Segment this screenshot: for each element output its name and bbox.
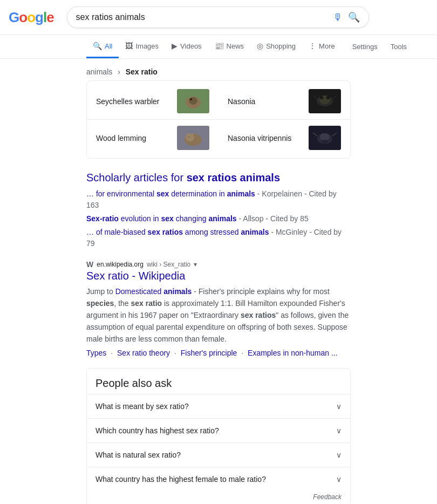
tab-shopping[interactable]: ◎ Shopping — [250, 35, 302, 58]
paa-chevron-1: ∨ — [336, 402, 342, 411]
tab-images[interactable]: 🖼 Images — [119, 35, 165, 58]
logo-letter-g: g — [35, 9, 43, 25]
breadcrumb-parent[interactable]: animals — [86, 67, 112, 76]
breadcrumb: animals › Sex ratio — [86, 67, 351, 76]
scholarly-link-1: … for environmental sex determination in… — [86, 188, 351, 211]
images-icon: 🖼 — [125, 42, 133, 50]
scholarly-link-3-prefix: … of male-biased — [86, 228, 148, 236]
related-item-nasonia-vitripennis-label: Nasonia vitripennis — [228, 134, 291, 142]
related-item-nasonia[interactable]: Nasonia — [218, 83, 350, 119]
scholarly-link-2-anchor2[interactable]: evolution in sex changing animals — [121, 214, 237, 223]
news-icon: 📰 — [215, 42, 224, 50]
scholarly-link-2-term3: animals — [209, 214, 237, 223]
scholarly-link-1-term1: sex — [156, 189, 169, 198]
snippet-domesticated-link[interactable]: Domesticated animals — [115, 287, 192, 296]
wikipedia-sub-links: Types · Sex ratio theory · Fisher's prin… — [86, 349, 351, 357]
scholarly-link-1-mid: determination in — [169, 189, 227, 198]
wikipedia-icon: W — [86, 260, 93, 269]
scholarly-link-3-anchor[interactable]: … of male-biased sex ratios among stress… — [86, 228, 271, 236]
related-item-seychelles-img — [177, 89, 209, 113]
paa-question-1: What is meant by sex ratio? — [95, 402, 189, 411]
wikipedia-source: W en.wikipedia.org wiki › Sex_ratio ▾ — [86, 260, 351, 269]
scholarly-link-2-cite: - Allsop - Cited by 85 — [239, 214, 309, 223]
search-icons: 🎙 🔍 — [333, 11, 360, 23]
related-item-seychelles[interactable]: Seychelles warbler — [87, 83, 218, 119]
microphone-icon[interactable]: 🎙 — [333, 12, 343, 23]
svg-point-22 — [322, 140, 328, 144]
snippet-jump: Jump to — [86, 287, 115, 296]
scholarly-title: Scholarly articles for sex ratios animal… — [86, 172, 351, 184]
scholarly-link-2-term2: sex — [161, 214, 174, 223]
scholarly-link-1-anchor[interactable]: … for environmental sex determination in… — [86, 189, 257, 198]
scholarly-link-2-mid2: changing — [174, 214, 209, 223]
paa-title: People also ask — [87, 369, 350, 394]
main-content: animals › Sex ratio Seychelles warbler N… — [0, 59, 437, 504]
scholarly-link-1-prefix: … for environmental — [86, 189, 156, 198]
google-logo[interactable]: Google — [9, 9, 54, 26]
tab-images-label: Images — [135, 42, 159, 50]
paa-feedback[interactable]: Feedback — [87, 491, 350, 504]
paa-chevron-2: ∨ — [336, 426, 342, 435]
scholarly-link-2-term1: Sex-ratio — [86, 214, 119, 223]
sep1: · — [111, 349, 113, 357]
breadcrumb-separator: › — [118, 67, 122, 76]
related-item-nasonia-vitripennis[interactable]: Nasonia vitripennis — [218, 120, 350, 156]
paa-item-4[interactable]: What country has the highest female to m… — [87, 467, 350, 491]
wikipedia-result: W en.wikipedia.org wiki › Sex_ratio ▾ Se… — [86, 260, 351, 357]
paa-item-1[interactable]: What is meant by sex ratio? ∨ — [87, 394, 350, 418]
scholarly-link-3: … of male-biased sex ratios among stress… — [86, 227, 351, 249]
paa-item-2[interactable]: Which country has highest sex ratio? ∨ — [87, 418, 350, 442]
scholarly-link-3-term2: animals — [241, 228, 269, 236]
search-bar[interactable]: 🎙 🔍 — [67, 6, 369, 28]
logo-letter-G: G — [9, 9, 19, 25]
scholarly-highlight: sex ratios animals — [187, 172, 280, 183]
tab-news-label: News — [227, 42, 244, 50]
tab-news[interactable]: 📰 News — [208, 35, 251, 58]
tab-videos[interactable]: ▶ Videos — [165, 35, 208, 58]
sub-link-sex-ratio-theory[interactable]: Sex ratio theory — [117, 349, 170, 357]
paa-item-3[interactable]: What is natural sex ratio? ∨ — [87, 442, 350, 467]
sub-link-types[interactable]: Types — [86, 349, 106, 357]
wikipedia-dropdown-arrow[interactable]: ▾ — [194, 261, 197, 268]
scholarly-link-2-anchor[interactable]: Sex-ratio — [86, 214, 119, 223]
scholarly-link-2-mid1: evolution in — [121, 214, 161, 223]
related-item-nasonia-vitripennis-img — [309, 126, 341, 150]
paa-question-4: What country has the highest female to m… — [95, 475, 266, 483]
people-also-ask-box: People also ask What is meant by sex rat… — [86, 368, 351, 504]
settings-link[interactable]: Settings — [350, 36, 380, 57]
sub-link-fishers-principle[interactable]: Fisher's principle — [181, 349, 237, 357]
svg-point-2 — [189, 97, 197, 105]
search-input[interactable] — [76, 12, 329, 22]
videos-icon: ▶ — [172, 42, 177, 50]
svg-point-15 — [186, 133, 189, 138]
logo-letter-o1: o — [19, 9, 27, 25]
wikipedia-domain: en.wikipedia.org — [97, 261, 144, 268]
scholarly-section: Scholarly articles for sex ratios animal… — [86, 172, 351, 249]
scholarly-title-link[interactable]: Scholarly articles for sex ratios animal… — [86, 172, 280, 183]
nav-right: Settings Tools — [342, 36, 409, 57]
snippet-animals-bold: animals — [163, 287, 192, 296]
wikipedia-title[interactable]: Sex ratio - Wikipedia — [86, 270, 351, 282]
sep3: · — [241, 349, 243, 357]
related-item-seychelles-label: Seychelles warbler — [96, 97, 160, 106]
paa-question-3: What is natural sex ratio? — [95, 451, 181, 459]
sub-link-examples[interactable]: Examples in non-human ... — [248, 349, 338, 357]
paa-chevron-3: ∨ — [336, 451, 342, 459]
scholarly-link-3-mid: among stressed — [183, 228, 241, 236]
related-item-wood-lemming-img — [177, 126, 209, 150]
search-submit-icon[interactable]: 🔍 — [348, 11, 360, 23]
sep2: · — [174, 349, 176, 357]
tab-all[interactable]: 🔍 All — [86, 35, 119, 58]
wikipedia-snippet: Jump to Domesticated animals - Fisher's … — [86, 285, 351, 345]
svg-point-16 — [190, 133, 194, 138]
related-item-wood-lemming[interactable]: Wood lemming — [87, 120, 218, 156]
tab-more[interactable]: ⋮ More — [302, 35, 342, 58]
tools-link[interactable]: Tools — [388, 36, 409, 57]
svg-point-19 — [320, 133, 330, 141]
scholarly-prefix: Scholarly articles for — [86, 172, 187, 183]
header: Google 🎙 🔍 — [0, 0, 437, 35]
scholarly-link-1-term2: animals — [227, 189, 255, 198]
tab-more-label: More — [319, 42, 335, 50]
shopping-icon: ◎ — [257, 42, 263, 50]
tab-all-label: All — [105, 42, 112, 50]
